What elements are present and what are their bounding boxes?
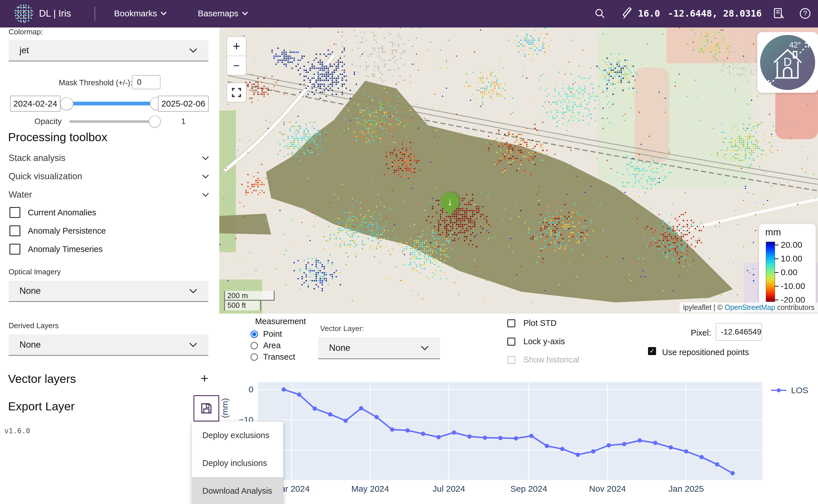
map-scale-control: 200 m 500 ft xyxy=(224,291,275,310)
sidebar-section-quick-visualization[interactable]: Quick visualization xyxy=(9,169,209,184)
chevron-down-icon xyxy=(202,192,209,197)
menu-item-deploy-inclusions[interactable]: Deploy inclusions xyxy=(192,449,283,477)
mask-threshold-label: Mask Threshold (+/-): xyxy=(59,78,132,87)
checkbox-anomaly-persistence[interactable]: Anomaly Persistence xyxy=(9,225,106,237)
help-icon[interactable]: ? xyxy=(799,7,811,19)
report-icon[interactable] xyxy=(773,7,785,19)
checkbox-checked-icon: ✓ xyxy=(648,347,656,355)
checkbox-box[interactable] xyxy=(507,319,515,327)
chevron-down-icon xyxy=(420,345,429,351)
los-timeseries-chart[interactable] xyxy=(258,382,762,480)
x-tick-label: Jul 2024 xyxy=(432,484,465,494)
vector-layer-label: Vector Layer: xyxy=(320,324,364,333)
checkbox-show-historical: Show historical xyxy=(507,355,579,365)
checkbox-box xyxy=(507,356,515,364)
sidebar-section-stack-analysis[interactable]: Stack analysis xyxy=(9,151,209,166)
fullscreen-icon xyxy=(232,88,241,97)
map-pin-marker[interactable]: ↓ xyxy=(436,188,463,215)
checkbox-plot-std[interactable]: Plot STD xyxy=(507,318,556,328)
look-direction-widget[interactable]: D 42° xyxy=(757,32,818,93)
checkbox-box[interactable] xyxy=(507,338,515,346)
date-end-input[interactable]: 2025-02-06 xyxy=(158,96,209,112)
insar-point-layer xyxy=(219,27,818,314)
save-icon xyxy=(200,402,213,415)
radio-icon[interactable] xyxy=(251,342,258,349)
radio-selected-icon[interactable] xyxy=(251,330,258,338)
optical-imagery-select[interactable]: None xyxy=(9,281,209,302)
export-menu: Deploy exclusionsDeploy inclusionsDownlo… xyxy=(192,422,283,504)
zoom-out-button[interactable]: − xyxy=(227,56,246,75)
radio-label: Transect xyxy=(263,352,295,362)
menu-basemaps[interactable]: Basemaps xyxy=(198,9,248,18)
checkbox-label: Lock y-axis xyxy=(523,337,565,346)
checkbox-lock-y-axis[interactable]: Lock y-axis xyxy=(507,337,565,346)
measurement-label: Measurement xyxy=(255,317,306,326)
optical-imagery-value: None xyxy=(19,286,41,296)
fullscreen-button[interactable] xyxy=(227,82,247,103)
radio-label: Point xyxy=(263,329,282,339)
version-label: v1.6.0 xyxy=(4,427,30,435)
vector-layer-value: None xyxy=(329,343,350,353)
export-save-button[interactable] xyxy=(193,395,219,422)
colormap-label: Colormap: xyxy=(9,27,43,36)
x-tick-label: Nov 2024 xyxy=(589,484,626,494)
openstreetmap-link[interactable]: OpenStreetMap xyxy=(725,303,775,311)
derived-layers-select[interactable]: None xyxy=(9,334,209,356)
chevron-down-icon xyxy=(202,156,209,160)
checkbox-box[interactable] xyxy=(9,207,20,218)
house-direction-icon: D xyxy=(760,35,815,90)
section-label: Stack analysis xyxy=(9,153,65,163)
use-repositioned-checkbox[interactable]: ✓ xyxy=(648,347,656,355)
scale-imperial: 500 ft xyxy=(224,301,261,310)
y-tick-label: 0 xyxy=(231,385,253,394)
legend-line-icon xyxy=(770,387,787,393)
cursor-coordinates: -12.6448, 28.0316 xyxy=(668,8,762,19)
opacity-value: 1 xyxy=(181,117,186,126)
checkbox-box[interactable] xyxy=(9,244,20,255)
use-repositioned-label: Use repositioned points xyxy=(662,348,749,357)
map-attribution: ipyleaflet | © OpenStreetMap contributor… xyxy=(680,302,818,312)
menu-item-download-analysis[interactable]: Download Analysis xyxy=(192,477,283,504)
look-angle-label: 42° xyxy=(789,41,801,50)
section-label: Water xyxy=(9,190,32,200)
add-vector-layer-button[interactable]: + xyxy=(200,371,209,386)
checkbox-anomaly-timeseries[interactable]: Anomaly Timeseries xyxy=(9,243,103,255)
checkbox-box[interactable] xyxy=(9,225,20,236)
chevron-down-icon xyxy=(189,288,197,294)
sidebar-section-water[interactable]: Water xyxy=(9,187,209,202)
radio-area[interactable]: Area xyxy=(251,341,281,350)
chart-legend[interactable]: LOS xyxy=(770,385,808,395)
menu-item-deploy-exclusions[interactable]: Deploy exclusions xyxy=(192,422,283,449)
navbar: DL | Iris Bookmarks Basemaps 16.0 -12.64… xyxy=(0,0,818,27)
measure-tools-icon[interactable] xyxy=(621,7,633,19)
chevron-down-icon xyxy=(242,11,248,15)
x-tick-label: Jan 2025 xyxy=(669,484,704,494)
chevron-down-icon xyxy=(189,342,197,347)
zoom-in-button[interactable]: + xyxy=(227,37,246,56)
colorbar-gradient xyxy=(766,242,775,302)
colormap-value: jet xyxy=(19,45,29,56)
section-label: Quick visualization xyxy=(9,171,82,182)
map-zoom-control: + − xyxy=(227,36,247,76)
radio-icon[interactable] xyxy=(251,353,258,361)
pixel-label: Pixel: xyxy=(677,328,711,338)
checkbox-current-anomalies[interactable]: Current Anomalies xyxy=(9,206,96,219)
radio-transect[interactable]: Transect xyxy=(251,352,295,362)
menu-bookmarks-label: Bookmarks xyxy=(114,9,157,18)
date-start-input[interactable]: 2024-02-24 xyxy=(10,96,60,112)
map-canvas[interactable]: + − ↓ D xyxy=(219,27,818,314)
pixel-input[interactable]: -12.646549 xyxy=(716,323,762,341)
opacity-slider[interactable] xyxy=(69,120,158,123)
date-range-slider[interactable] xyxy=(67,102,156,105)
colormap-select[interactable]: jet xyxy=(9,40,209,61)
menu-bookmarks[interactable]: Bookmarks xyxy=(114,9,167,18)
vector-layer-select[interactable]: None xyxy=(318,337,440,359)
opacity-handle[interactable] xyxy=(149,115,161,127)
colorbar-tick: 0.00 xyxy=(774,267,797,277)
mask-threshold-input[interactable]: 0 xyxy=(132,75,160,89)
date-range-handle-start[interactable] xyxy=(60,97,73,110)
radio-point[interactable]: Point xyxy=(251,329,282,339)
search-icon[interactable] xyxy=(594,7,606,19)
colorbar-tick: 20.00 xyxy=(774,240,802,250)
checkbox-label: Current Anomalies xyxy=(28,208,96,217)
